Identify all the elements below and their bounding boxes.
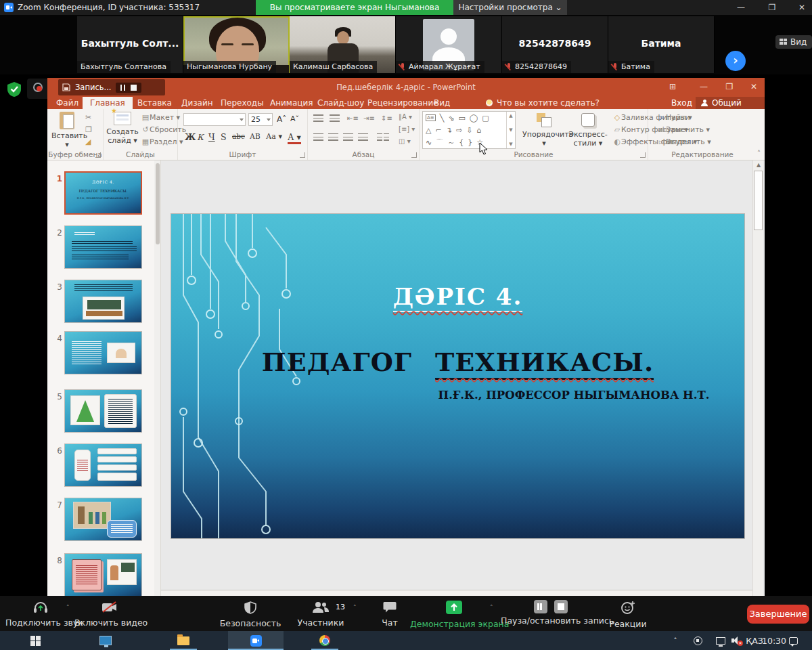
slide-thumbnail-4[interactable] — [64, 331, 142, 374]
slide-thumbnail-5[interactable] — [64, 389, 142, 433]
stop-recording-button[interactable] — [554, 600, 568, 613]
cut-button[interactable]: ✂ — [85, 113, 91, 122]
pause-recording-button[interactable] — [534, 600, 547, 613]
tray-volume-muted-icon[interactable]: ✕ — [729, 631, 743, 650]
editor-vertical-scrollbar[interactable]: ▲ — [752, 160, 763, 596]
font-name-combobox[interactable] — [183, 113, 246, 126]
text-direction-button[interactable]: ∥A ▾ — [399, 113, 412, 121]
font-color-button[interactable]: А ▾ — [288, 132, 301, 144]
columns-button[interactable] — [377, 133, 389, 143]
chat-button[interactable]: Чат — [365, 601, 414, 628]
join-audio-button[interactable]: Подключить звук — [5, 601, 76, 628]
decrease-indent-button[interactable]: ⇤≡ — [347, 114, 359, 122]
reactions-button[interactable]: Реакции — [602, 601, 654, 629]
participant-tile[interactable]: 82542878649 82542878649 — [502, 16, 608, 73]
participant-tile[interactable]: Аймарал Жұрағат — [396, 16, 502, 73]
font-dialog-launcher[interactable] — [300, 152, 305, 158]
participants-button[interactable]: 13 Участники — [286, 601, 356, 628]
format-painter-button[interactable]: ◢ — [85, 137, 91, 146]
arrange-button[interactable]: Упорядочить ▾ — [522, 112, 566, 148]
justify-button[interactable] — [358, 133, 368, 143]
ppt-maximize-button[interactable]: ❐ — [723, 82, 736, 91]
tab-insert[interactable]: Вставка — [130, 97, 179, 109]
replace-button[interactable]: abЗаменить ▾ — [658, 125, 710, 134]
participant-tile[interactable]: Батима Батима — [608, 16, 715, 73]
taskbar-chrome[interactable] — [310, 631, 340, 650]
bullets-button[interactable] — [313, 114, 323, 124]
font-size-combobox[interactable]: 25 — [248, 113, 273, 126]
increase-indent-button[interactable]: ⇥≡ — [363, 114, 375, 122]
collapse-ribbon-button[interactable]: ˄ — [757, 150, 761, 157]
security-button[interactable]: Безопасность — [215, 601, 286, 628]
ppt-close-button[interactable]: ✕ — [747, 82, 761, 91]
align-center-button[interactable] — [328, 133, 338, 143]
section-button[interactable]: ▦Раздел ▾ — [141, 137, 183, 146]
paragraph-dialog-launcher[interactable] — [411, 152, 417, 158]
tell-me-search[interactable]: Что вы хотите сделать? — [486, 97, 600, 109]
tray-network-icon[interactable] — [714, 631, 727, 650]
view-layout-button[interactable]: Вид — [775, 35, 812, 49]
strikethrough-button[interactable]: abc — [232, 132, 245, 140]
align-right-button[interactable] — [343, 133, 353, 143]
scroll-up-arrow[interactable]: ▲ — [753, 160, 764, 170]
bold-button[interactable]: Ж — [185, 132, 196, 142]
slide-thumbnail-6[interactable] — [64, 443, 142, 487]
new-slide-button[interactable]: Создать слайд ▾ — [106, 112, 139, 145]
view-settings-dropdown[interactable]: Настройки просмотра ⌄ — [453, 0, 567, 15]
tab-file[interactable]: Файл — [49, 97, 86, 109]
select-button[interactable]: ▻Выделить ▾ — [658, 137, 711, 146]
clipboard-dialog-launcher[interactable] — [95, 152, 101, 158]
share-screen-button[interactable]: Демонстрация экрана — [410, 600, 498, 629]
start-button[interactable] — [20, 631, 50, 650]
shapes-gallery[interactable]: A≡╲⇘▭◯▢ △⌐↴⇨⇩⌂ ∿⌒～{}☆ ▲▼▼ — [422, 111, 516, 149]
copy-button[interactable]: ❐ — [85, 125, 92, 134]
tray-clock[interactable]: 10:30 — [761, 631, 788, 650]
align-left-button[interactable] — [313, 133, 323, 143]
taskbar-zoom-app-active[interactable] — [228, 631, 284, 650]
participant-tile-active-speaker[interactable]: Ныгыманова Нурбану — [183, 16, 290, 73]
window-minimize-button[interactable]: — — [735, 1, 747, 14]
window-close-button[interactable]: ✕ — [796, 1, 808, 14]
smartart-convert-button[interactable]: ◫ ▾ — [399, 137, 411, 145]
share-options-chevron[interactable]: ˄ — [490, 604, 493, 611]
taskbar-this-pc[interactable] — [91, 631, 120, 650]
find-button[interactable]: ⌕Найти — [658, 113, 690, 122]
slide-thumbnail-1-selected[interactable]: ДӘРІС 4. ПЕДАГОГ ТЕХНИКАСЫ. П.Ғ.К., ПРОФ… — [64, 171, 142, 215]
participant-tile[interactable]: Бахытгуль Солт... Бахытгуль Солтанова — [77, 16, 183, 73]
slide-thumbnail-8[interactable] — [64, 553, 142, 597]
participant-tile[interactable]: Калимаш Сарбасова — [290, 16, 396, 73]
taskbar-file-explorer[interactable] — [168, 631, 198, 650]
underline-button[interactable]: Ч — [208, 132, 215, 142]
start-video-button[interactable]: Включить видео — [74, 601, 145, 628]
end-meeting-button[interactable]: Завершение — [747, 605, 809, 624]
quick-styles-button[interactable]: Экспресс- стили ▾ — [567, 112, 609, 148]
window-maximize-button[interactable]: ❐ — [766, 1, 778, 14]
italic-button[interactable]: К — [197, 132, 204, 142]
layout-button[interactable]: ▤Макет ▾ — [141, 113, 180, 122]
next-participants-page-button[interactable]: › — [725, 51, 746, 71]
participants-options-chevron[interactable]: ˄ — [353, 604, 357, 611]
slide-thumbnail-7[interactable] — [64, 498, 142, 541]
shapes-gallery-scrollbar[interactable]: ▲▼▼ — [506, 112, 515, 148]
share-button[interactable]: Общий доступ — [696, 97, 765, 109]
character-spacing-button[interactable]: АВ — [250, 132, 261, 140]
change-case-button[interactable]: Аа ▾ — [266, 132, 282, 141]
numbering-button[interactable] — [330, 114, 340, 124]
increase-font-button[interactable]: A˄ — [277, 114, 286, 124]
audio-options-chevron[interactable]: ˄ — [66, 604, 70, 611]
line-spacing-button[interactable]: ⇕≡ — [381, 114, 392, 122]
scrollbar-thumb[interactable] — [754, 171, 763, 230]
align-text-button[interactable]: [≡] ▾ — [399, 125, 415, 133]
tray-hidden-icons-chevron[interactable]: ˄ — [669, 631, 682, 650]
decrease-font-button[interactable]: A˅ — [290, 114, 299, 123]
slide-canvas[interactable]: ДӘРІС 4. ПЕДАГОГТЕХНИКАСЫ. П.Ғ.К., ПРОФЕ… — [171, 214, 744, 538]
tab-view[interactable]: Вид — [426, 97, 457, 109]
ribbon-display-options-icon[interactable]: ⊞ — [666, 82, 679, 91]
slide-thumbnail-3[interactable] — [64, 280, 142, 323]
ppt-minimize-button[interactable]: — — [697, 82, 710, 91]
tray-action-center-icon[interactable] — [785, 631, 801, 650]
drawing-dialog-launcher[interactable] — [640, 152, 646, 158]
sign-in-link[interactable]: Вход — [671, 97, 692, 109]
slide-thumbnail-2[interactable] — [64, 225, 142, 269]
tray-sync-icon[interactable] — [692, 631, 704, 650]
